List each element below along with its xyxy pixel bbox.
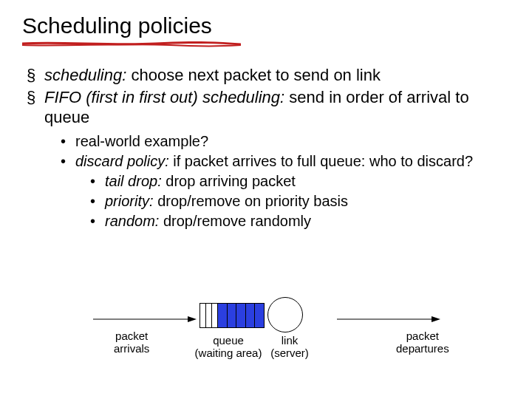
subsubbullet-random: random: drop/remove randomly — [105, 212, 510, 231]
slide-content: scheduling: choose next packet to send o… — [22, 65, 510, 231]
arrow-in-icon — [93, 313, 197, 327]
label-queue: queue (waiting area) — [188, 334, 269, 360]
server-circle-icon — [267, 297, 303, 332]
bullet-term: discard policy: — [75, 153, 169, 169]
label-line: link — [269, 334, 310, 347]
label-link: link (server) — [269, 334, 310, 360]
subbullet-example: real-world example? — [75, 132, 510, 151]
label-line: packet — [396, 330, 449, 342]
queue-slot-filled — [236, 304, 246, 327]
bullet-scheduling: scheduling: choose next packet to send o… — [44, 65, 510, 86]
title-underline — [22, 41, 241, 46]
bullet-term: priority: — [105, 193, 154, 209]
label-arrivals: packet arrivals — [114, 330, 149, 355]
label-line: departures — [396, 342, 449, 355]
subbullet-discard: discard policy: if packet arrives to ful… — [75, 152, 510, 231]
label-line: (server) — [269, 347, 310, 359]
arrow-out-icon — [337, 313, 440, 327]
queue-slot-filled — [246, 304, 256, 327]
bullet-text: choose next packet to send on link — [126, 66, 381, 84]
queue-slot-empty — [212, 304, 218, 327]
queue-slot-filled — [218, 304, 228, 327]
bullet-term: FIFO (first in first out) scheduling: — [44, 88, 284, 106]
bullet-text: drop/remove on priority basis — [154, 193, 348, 209]
slide-title: Scheduling policies — [22, 13, 510, 38]
queue-box — [200, 303, 265, 328]
queue-slot-filled — [255, 304, 265, 327]
subsubbullet-priority: priority: drop/remove on priority basis — [105, 192, 510, 211]
svg-marker-1 — [188, 316, 197, 322]
bullet-text: drop/remove randomly — [159, 213, 311, 229]
queue-slot-empty — [206, 304, 212, 327]
label-departures: packet departures — [396, 330, 449, 355]
queue-slot-filled — [228, 304, 237, 327]
bullet-fifo: FIFO (first in first out) scheduling: se… — [44, 87, 510, 231]
bullet-term: scheduling: — [44, 66, 126, 84]
bullet-text: if packet arrives to full queue: who to … — [169, 153, 473, 169]
label-line: arrivals — [114, 342, 149, 355]
queue-diagram: packet arrivals queue (waiting area) lin… — [0, 294, 532, 375]
queue-slot-empty — [200, 304, 206, 327]
label-line: (waiting area) — [188, 347, 269, 359]
subsubbullet-taildrop: tail drop: drop arriving packet — [105, 172, 510, 191]
bullet-term: tail drop: — [105, 173, 162, 189]
bullet-text: drop arriving packet — [162, 173, 296, 189]
svg-marker-3 — [432, 316, 440, 322]
label-line: queue — [188, 334, 269, 347]
bullet-term: random: — [105, 213, 159, 229]
label-line: packet — [114, 330, 149, 342]
